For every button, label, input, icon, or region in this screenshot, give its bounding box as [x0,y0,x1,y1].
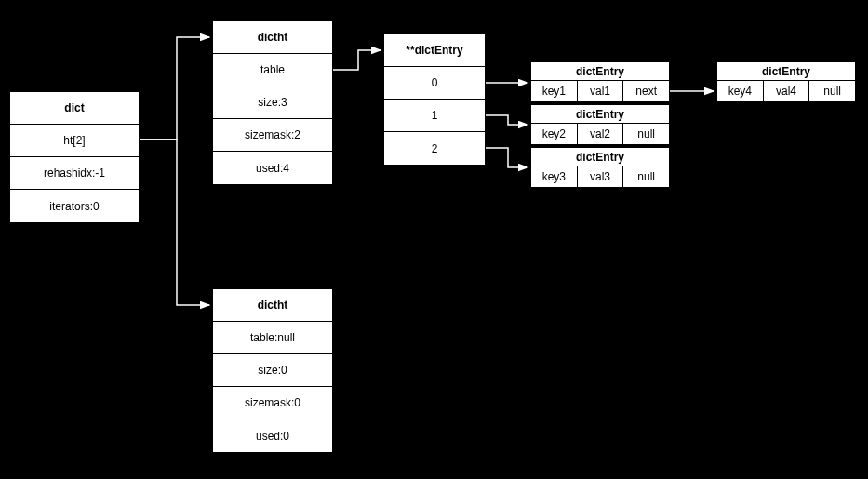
dictentry-4-title: dictEntry [717,62,855,81]
dict-title: dict [10,92,139,125]
dictht-1-used: used:0 [213,419,332,452]
dictentry-2-key: key2 [531,124,578,144]
dictht-0-size: size:3 [213,86,332,119]
dictentry-3-title: dictEntry [531,148,669,166]
dictentry-4-val: val4 [764,81,810,101]
dictentry-1-key: key1 [531,81,578,101]
dictentry-1-val: val1 [578,81,624,101]
dictentry-2-val: val2 [578,124,624,144]
dictentry-2: dictEntry key2 val2 null [530,104,670,145]
dict-rehashidx: rehashidx:-1 [10,157,139,190]
dictht-1-table: table:null [213,322,332,354]
dictentry-4: dictEntry key4 val4 null [716,61,856,102]
dictentry-4-key: key4 [717,81,764,101]
dictentry-slot-0: 0 [384,67,485,100]
dict-iterators: iterators:0 [10,190,139,222]
dict-struct: dict ht[2] rehashidx:-1 iterators:0 [9,91,140,223]
dictentry-4-next: null [809,81,855,101]
dictht-1-sizemask: sizemask:0 [213,387,332,419]
dictentry-ptr-array: **dictEntry 0 1 2 [383,33,486,166]
dictht-0-sizemask: sizemask:2 [213,119,332,152]
dictentry-slot-2: 2 [384,132,485,165]
dictht-1-size: size:0 [213,354,332,387]
dictht-1-title: dictht [213,289,332,322]
dictht-1: dictht table:null size:0 sizemask:0 used… [212,288,333,453]
dict-ht: ht[2] [10,125,139,157]
dictht-0: dictht table size:3 sizemask:2 used:4 [212,20,333,185]
dictht-0-table: table [213,54,332,86]
dictentry-1-next: next [623,81,669,101]
dictentry-1: dictEntry key1 val1 next [530,61,670,102]
dictentry-3-next: null [623,166,669,187]
dictht-0-title: dictht [213,21,332,54]
dictht-0-used: used:4 [213,152,332,184]
dictentry-3-val: val3 [578,166,624,187]
dictentry-slot-1: 1 [384,100,485,132]
dictentry-3: dictEntry key3 val3 null [530,147,670,188]
dictentry-2-title: dictEntry [531,105,669,124]
dictentry-3-key: key3 [531,166,578,187]
dictentry-1-title: dictEntry [531,62,669,81]
dictentry-2-next: null [623,124,669,144]
dictentry-ptr-title: **dictEntry [384,34,485,67]
